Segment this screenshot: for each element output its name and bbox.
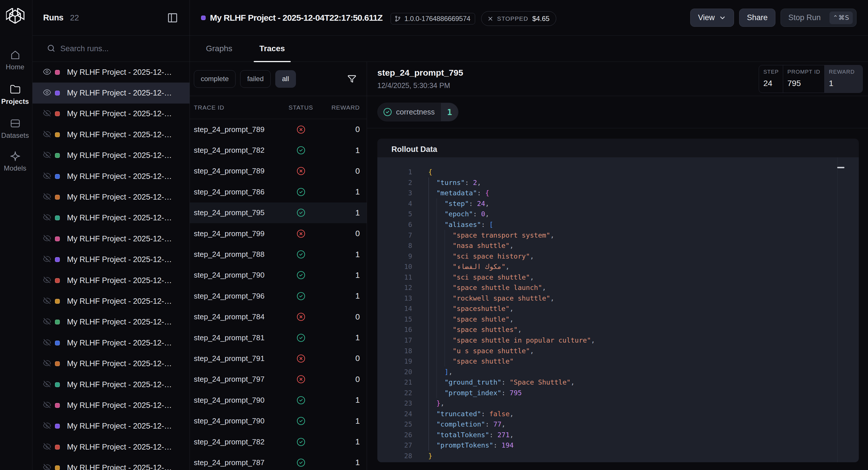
trace-row[interactable]: step_24_prompt_7821 — [190, 140, 367, 160]
run-list-item[interactable]: My RLHF Project - 2025-12-… — [32, 437, 189, 457]
run-list-item[interactable]: My RLHF Project - 2025-12-… — [32, 187, 189, 208]
line-number: 10 — [377, 263, 412, 271]
stat-value: 1 — [829, 79, 859, 88]
run-list-item[interactable]: My RLHF Project - 2025-12-… — [32, 83, 189, 103]
correctness-badge[interactable]: correctness1 — [377, 103, 459, 121]
run-list-item[interactable]: My RLHF Project - 2025-12-… — [32, 395, 189, 416]
code-text: "space shutle", — [412, 315, 514, 323]
code-text: "space shuttle" — [412, 357, 514, 365]
trace-row[interactable]: step_24_prompt_7811 — [190, 327, 367, 348]
code-line: 21"ground_truth": "Space Shuttle", — [377, 377, 859, 388]
trace-row[interactable]: step_24_prompt_7990 — [190, 223, 367, 244]
trace-row[interactable]: step_24_prompt_7871 — [190, 452, 367, 470]
run-list-item[interactable]: My RLHF Project - 2025-12-… — [32, 124, 189, 145]
run-list-item[interactable]: My RLHF Project - 2025-12-… — [32, 103, 189, 124]
tab-traces[interactable]: Traces — [254, 36, 291, 62]
runs-count: 22 — [70, 13, 79, 23]
run-list-item[interactable]: My RLHF Project - 2025-12-… — [32, 291, 189, 312]
run-list-item[interactable]: My RLHF Project - 2025-12-… — [32, 333, 189, 353]
run-color-swatch — [55, 174, 60, 179]
filter-chip-label: all — [282, 75, 289, 83]
code-text: "space shuttle in popular culture", — [412, 336, 595, 344]
code-line: 26"totalTokens": 271, — [377, 430, 859, 440]
collapse-panel-button[interactable] — [167, 12, 178, 23]
eye-off-icon — [43, 360, 51, 368]
circle-x-icon — [297, 312, 305, 321]
search-runs-input[interactable] — [60, 44, 180, 53]
stop-run-button[interactable]: Stop Run⌃⌘S — [781, 9, 857, 27]
traces-table-body: step_24_prompt_7890step_24_prompt_7821st… — [190, 119, 367, 470]
code-line: 28} — [377, 451, 859, 461]
trace-row[interactable]: step_24_prompt_7951 — [190, 202, 367, 223]
trace-row[interactable]: step_24_prompt_7910 — [190, 348, 367, 369]
trace-row[interactable]: step_24_prompt_7881 — [190, 244, 367, 264]
run-list-item[interactable]: My RLHF Project - 2025-12-… — [32, 457, 189, 470]
run-list-item[interactable]: My RLHF Project - 2025-12-… — [32, 228, 189, 249]
code-line: 10"مكوك الفضاء", — [377, 261, 859, 272]
run-color-swatch — [55, 278, 60, 283]
trace-reward: 0 — [322, 312, 360, 321]
trace-reward: 1 — [322, 208, 360, 217]
trace-row[interactable]: step_24_prompt_7901 — [190, 390, 367, 410]
trace-reward: 1 — [322, 396, 360, 405]
trace-row[interactable]: step_24_prompt_7821 — [190, 432, 367, 452]
run-list-item[interactable]: My RLHF Project - 2025-12-… — [32, 270, 189, 291]
run-title: My RLHF Project - 2025-12-04T22:17:50.61… — [210, 13, 382, 23]
status-pill[interactable]: STOPPED$4.65 — [481, 11, 556, 26]
trace-row[interactable]: step_24_prompt_7901 — [190, 265, 367, 286]
tab-label: Traces — [259, 44, 285, 53]
run-name: My RLHF Project - 2025-12-… — [67, 172, 172, 181]
sidebar-item-projects[interactable]: Projects — [0, 84, 30, 105]
run-list-item[interactable]: My RLHF Project - 2025-12-… — [32, 62, 189, 83]
run-color-dot — [201, 15, 206, 20]
code-line: 7"space transport system", — [377, 230, 859, 241]
trace-row[interactable]: step_24_prompt_7861 — [190, 182, 367, 202]
rollout-json-viewer[interactable]: 1{2"turns": 2,3"metadata": {4"step": 24,… — [377, 157, 859, 462]
run-list-item[interactable]: My RLHF Project - 2025-12-… — [32, 145, 189, 166]
trace-row[interactable]: step_24_prompt_7890 — [190, 161, 367, 182]
version-badge[interactable]: 1.0.0-1764886669574 — [391, 13, 475, 25]
eye-off-icon — [43, 131, 51, 138]
trace-reward: 0 — [322, 354, 360, 363]
trace-reward: 1 — [322, 416, 360, 426]
eye-off-icon — [43, 443, 51, 451]
run-name: My RLHF Project - 2025-12-… — [67, 380, 172, 389]
run-list-item[interactable]: My RLHF Project - 2025-12-… — [32, 166, 189, 187]
share-button[interactable]: Share — [739, 9, 775, 27]
filter-chip-all[interactable]: all — [275, 70, 296, 88]
sidebar-item-models[interactable]: Models — [0, 151, 30, 172]
run-color-swatch — [55, 465, 60, 470]
line-number: 18 — [377, 347, 412, 355]
trace-row[interactable]: step_24_prompt_7840 — [190, 307, 367, 327]
eye-off-icon — [43, 173, 51, 180]
trace-row[interactable]: step_24_prompt_7961 — [190, 286, 367, 306]
code-line: 18"u s space shuttle", — [377, 345, 859, 356]
view-button[interactable]: View — [690, 9, 734, 27]
sidebar-item-home[interactable]: Home — [0, 50, 30, 71]
trace-id: step_24_prompt_782 — [194, 438, 279, 446]
collapse-json-button[interactable] — [837, 167, 844, 168]
run-list-item[interactable]: My RLHF Project - 2025-12-… — [32, 312, 189, 333]
trace-id: step_24_prompt_795 — [194, 208, 279, 217]
filter-chip-complete[interactable]: complete — [194, 70, 236, 88]
eye-off-icon — [43, 339, 51, 347]
traces-panel: completefailedallTRACE IDSTATUSREWARDste… — [190, 62, 367, 470]
run-list-item[interactable]: My RLHF Project - 2025-12-… — [32, 353, 189, 374]
code-line: 1{ — [377, 167, 859, 178]
trace-row[interactable]: step_24_prompt_7901 — [190, 410, 367, 431]
share-button-label: Share — [747, 13, 768, 22]
run-list-item[interactable]: My RLHF Project - 2025-12-… — [32, 249, 189, 270]
run-list-item[interactable]: My RLHF Project - 2025-12-… — [32, 374, 189, 395]
filter-chip-failed[interactable]: failed — [240, 70, 270, 88]
code-line: 6"aliases": [ — [377, 219, 859, 230]
line-number: 19 — [377, 357, 412, 365]
run-list-item[interactable]: My RLHF Project - 2025-12-… — [32, 208, 189, 228]
trace-row[interactable]: step_24_prompt_7890 — [190, 119, 367, 140]
run-color-swatch — [55, 299, 60, 304]
tab-graphs[interactable]: Graphs — [200, 36, 238, 62]
sidebar-item-datasets[interactable]: Datasets — [0, 118, 30, 139]
trace-row[interactable]: step_24_prompt_7970 — [190, 369, 367, 390]
code-line: 3"metadata": { — [377, 188, 859, 198]
run-list-item[interactable]: My RLHF Project - 2025-12-… — [32, 416, 189, 437]
app-logo-icon[interactable] — [6, 8, 25, 24]
